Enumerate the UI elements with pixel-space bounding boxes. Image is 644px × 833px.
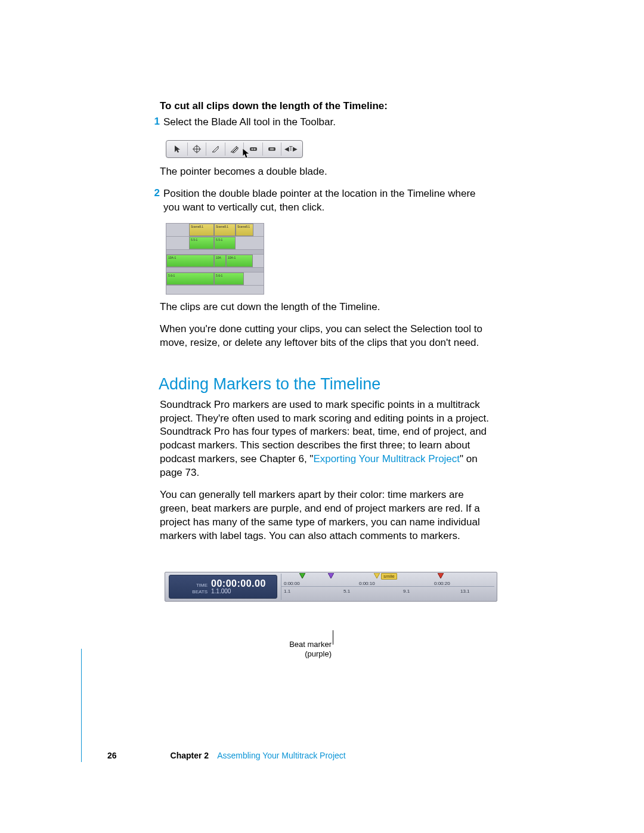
clip-label: 5.6-1: [168, 274, 175, 277]
step-number-2: 2: [147, 187, 160, 199]
ruler-tick: 9.1: [403, 589, 410, 594]
chapter-label: Chapter 2: [171, 751, 209, 760]
callout-beat-sub: (purple): [305, 649, 332, 658]
exporting-project-link[interactable]: Exporting Your Multitrack Project: [313, 453, 460, 465]
timeslip-tool-b-icon: [262, 143, 281, 156]
page-number: 26: [107, 751, 117, 760]
ruler-tick: 5.1: [343, 589, 350, 594]
ruler-tick: 13.1: [460, 589, 470, 594]
clip-label: 10A-1: [228, 256, 236, 259]
section-heading: Adding Markers to the Timeline: [159, 375, 494, 394]
clip-label: Scene8.1: [237, 225, 250, 228]
clip-label: 5.6-1: [216, 274, 222, 277]
ruler: smile 0:00:00 0:00:10 0:00:20 1.1 5.1 9.…: [281, 574, 494, 600]
clip-label: Scene8.1: [216, 225, 228, 228]
section-para-1: Soundtrack Pro markers are used to mark …: [160, 398, 494, 481]
clip-label: 10A: [216, 256, 221, 259]
smile-tag: smile: [381, 573, 397, 580]
step-number-1: 1: [147, 116, 160, 128]
time-marker-icon: [299, 573, 305, 579]
clip-label: 5.5-1: [216, 238, 222, 241]
scrub-tool-icon: ◀T▶: [281, 143, 300, 156]
pointer-tool-icon: [169, 143, 187, 156]
svg-rect-7: [270, 148, 274, 150]
time-value: 00:00:00.00: [211, 578, 266, 589]
timeslip-tool-a-icon: [243, 143, 262, 156]
marker-figure: Time marker (green) End of project marke…: [165, 572, 497, 602]
steps-heading: To cut all clips down the length of the …: [160, 100, 494, 112]
clip-label: 10A-1: [168, 256, 176, 259]
after-timeline-2: When you're done cutting your clips, you…: [160, 323, 494, 350]
section-para-2: You can generally tell markers apart by …: [160, 488, 494, 543]
after-toolbar-text: The pointer becomes a double blade.: [160, 165, 494, 179]
after-timeline-1: The clips are cut down the length of the…: [160, 301, 494, 314]
blade-all-tool-icon: [225, 143, 244, 156]
ruler-tick: 0:00:10: [359, 581, 375, 586]
ruler-tick: 0:00:20: [434, 581, 450, 586]
timeline-figure: Scene8.1 Scene8.1 Scene8.1 5.5-1 5.5-1 1…: [166, 223, 264, 295]
time-label: TIME: [185, 583, 208, 588]
blade-tool-icon: [206, 143, 225, 156]
time-marker-smile-icon: [374, 573, 380, 579]
svg-point-5: [253, 148, 255, 150]
page-footer: 26 Chapter 2 Assembling Your Multitrack …: [107, 751, 346, 760]
marker-ruler-bar: TIME00:00:00.00 BEATS1.1.000 smile: [165, 572, 497, 602]
beat-marker-icon: [328, 573, 334, 579]
ruler-tick: 1.1: [284, 589, 290, 594]
callout-beat-marker: Beat marker: [289, 640, 332, 649]
step-2-text: Position the double blade pointer at the…: [163, 187, 494, 215]
time-display: TIME00:00:00.00 BEATS1.1.000: [169, 575, 277, 599]
svg-rect-3: [250, 147, 257, 151]
step-1-text: Select the Blade All tool in the Toolbar…: [163, 116, 336, 129]
clip-label: 5.5-1: [191, 238, 197, 241]
crosshair-tool-icon: [187, 143, 206, 156]
side-rule: [81, 649, 82, 762]
clip-label: Scene8.1: [191, 225, 203, 228]
ruler-tick: 0:00:00: [284, 581, 300, 586]
svg-point-4: [251, 148, 253, 150]
toolbar-figure: ◀T▶: [166, 140, 303, 158]
beats-value: 1.1.000: [211, 588, 231, 594]
end-of-project-marker-icon: [438, 573, 444, 579]
beats-label: BEATS: [185, 589, 208, 594]
chapter-title-link[interactable]: Assembling Your Multitrack Project: [217, 751, 346, 760]
